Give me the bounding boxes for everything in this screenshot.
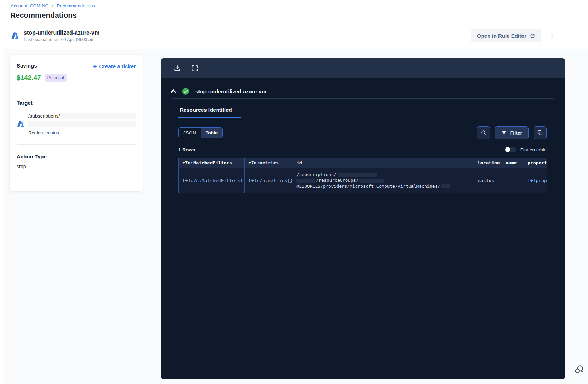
target-row: /subscriptions/ Region: eastus	[17, 113, 136, 135]
collapse-button[interactable]	[169, 87, 177, 95]
redacted-subscription-id	[61, 113, 136, 119]
table-row: [+]c7n:MatchedFilters[] [+]c7n:metrics{}…	[179, 168, 547, 193]
target-region: Region: eastus	[28, 130, 136, 135]
redacted-text	[296, 179, 315, 183]
controls-row: JSON Table Filter	[178, 126, 547, 139]
redacted-text	[338, 173, 377, 177]
breadcrumb-recommendations-link[interactable]: Recommendations	[57, 3, 95, 8]
filter-label: Filter	[510, 130, 522, 136]
table-header-row: c7n:MatchedFilters c7n:metrics id locati…	[179, 158, 547, 168]
flatten-label: Flatten table	[520, 147, 547, 152]
chat-icon	[574, 364, 584, 375]
view-mode-toggle: JSON Table	[178, 127, 223, 138]
column-header[interactable]: c7n:metrics	[245, 158, 293, 168]
download-button[interactable]	[173, 64, 181, 73]
rule-header-actions: Open in Rule Editor ⋮	[471, 29, 558, 42]
azure-icon-small	[17, 120, 24, 128]
savings-amount: $142.47	[17, 74, 41, 82]
redacted-text	[441, 184, 450, 188]
toggle-knob	[505, 147, 510, 152]
action-type-value: stop	[17, 164, 136, 169]
metrics-cell[interactable]: [+]c7n:metrics{}	[245, 168, 293, 193]
target-label: Target	[17, 100, 136, 106]
resources-table: c7n:MatchedFilters c7n:metrics id locati…	[178, 158, 547, 193]
divider	[17, 91, 136, 91]
breadcrumb-account-link[interactable]: Account: CCM-NG	[11, 3, 49, 8]
column-header[interactable]: id	[293, 158, 474, 168]
top-header: Account: CCM-NG › Recommendations Recomm…	[4, 0, 588, 23]
panel-rule-name: stop-underutilized-azure-vm	[195, 88, 266, 94]
column-header[interactable]: propert	[524, 158, 547, 168]
rule-name: stop-underutilized-azure-vm	[24, 30, 99, 36]
id-cell: /subscriptions/ /resourceGroups/ RESOUR	[293, 168, 474, 193]
target-text: /subscriptions/ Region: eastus	[28, 113, 136, 135]
rule-result-header: stop-underutilized-azure-vm	[169, 87, 565, 95]
id-line-3: RESOURCES/providers/Microsoft.Compute/vi…	[296, 184, 440, 190]
copy-button[interactable]	[534, 126, 547, 139]
filter-button[interactable]: Filter	[495, 126, 529, 139]
search-button[interactable]	[477, 126, 490, 139]
azure-icon	[11, 32, 19, 40]
id-line-2: /resourceGroups/	[316, 178, 358, 184]
recommendation-details-card: Savings + Create a ticket $142.47 Potent…	[10, 55, 143, 191]
name-cell	[502, 168, 524, 193]
page-title: Recommendations	[10, 11, 588, 19]
redacted-resource-path	[28, 121, 136, 127]
json-view-button[interactable]: JSON	[179, 128, 201, 138]
open-rule-editor-label: Open in Rule Editor	[477, 33, 526, 39]
properties-cell[interactable]: [+]prop	[524, 168, 547, 193]
rows-count: 1 Rows	[178, 147, 195, 152]
recommendations-page: Account: CCM-NG › Recommendations Recomm…	[0, 0, 588, 384]
external-link-icon	[530, 33, 535, 39]
rows-info-row: 1 Rows Flatten table	[178, 147, 547, 152]
resources-card: Resources Identified JSON Table	[171, 98, 555, 371]
last-evaluated-text: Last evaluated on: 09 Apr, 06:00 am	[24, 37, 99, 42]
create-ticket-label: Create a ticket	[99, 63, 136, 69]
redacted-text	[359, 179, 384, 183]
savings-row: Savings + Create a ticket	[17, 63, 136, 69]
target-path: /subscriptions/	[28, 113, 60, 119]
rule-output-panel: stop-underutilized-azure-vm Resources Id…	[161, 58, 565, 379]
success-check-icon	[182, 88, 189, 95]
table-actions: Filter	[477, 126, 547, 139]
divider	[17, 144, 136, 145]
more-options-button[interactable]: ⋮	[546, 32, 558, 40]
tab-resources-identified[interactable]: Resources Identified	[179, 107, 241, 118]
column-header[interactable]: location	[474, 158, 502, 168]
table-view-button[interactable]: Table	[201, 128, 222, 138]
chat-help-button[interactable]	[573, 363, 586, 376]
flatten-control: Flatten table	[505, 147, 547, 152]
copy-icon	[537, 129, 543, 136]
tab-label: Resources Identified	[180, 107, 232, 113]
savings-amount-row: $142.47 Potential	[17, 74, 136, 82]
download-icon	[173, 64, 181, 72]
matched-filters-cell[interactable]: [+]c7n:MatchedFilters[]	[179, 168, 245, 193]
open-rule-editor-button[interactable]: Open in Rule Editor	[471, 29, 541, 42]
filter-icon	[501, 130, 507, 135]
rule-title-block: stop-underutilized-azure-vm Last evaluat…	[24, 30, 99, 42]
create-ticket-link[interactable]: + Create a ticket	[93, 63, 136, 69]
column-header[interactable]: c7n:MatchedFilters	[179, 158, 245, 168]
plus-icon: +	[93, 64, 97, 69]
resources-table-wrap: c7n:MatchedFilters c7n:metrics id locati…	[178, 158, 547, 193]
potential-badge: Potential	[45, 74, 67, 82]
breadcrumb: Account: CCM-NG › Recommendations	[11, 3, 588, 8]
action-type-label: Action Type	[17, 153, 136, 159]
tabs-row: Resources Identified	[171, 99, 555, 118]
search-icon	[480, 129, 487, 136]
rule-header: stop-underutilized-azure-vm Last evaluat…	[4, 24, 588, 48]
panel-toolbar	[161, 58, 565, 78]
location-cell: eastus	[474, 168, 502, 193]
column-header[interactable]: name	[502, 158, 524, 168]
fullscreen-icon	[191, 64, 199, 72]
id-line-1: /subscriptions/	[296, 172, 336, 178]
breadcrumb-chevron-icon: ›	[52, 4, 54, 8]
fullscreen-button[interactable]	[191, 64, 199, 73]
savings-label: Savings	[17, 63, 37, 69]
flatten-toggle[interactable]	[505, 147, 516, 152]
chevron-up-icon	[169, 87, 177, 95]
